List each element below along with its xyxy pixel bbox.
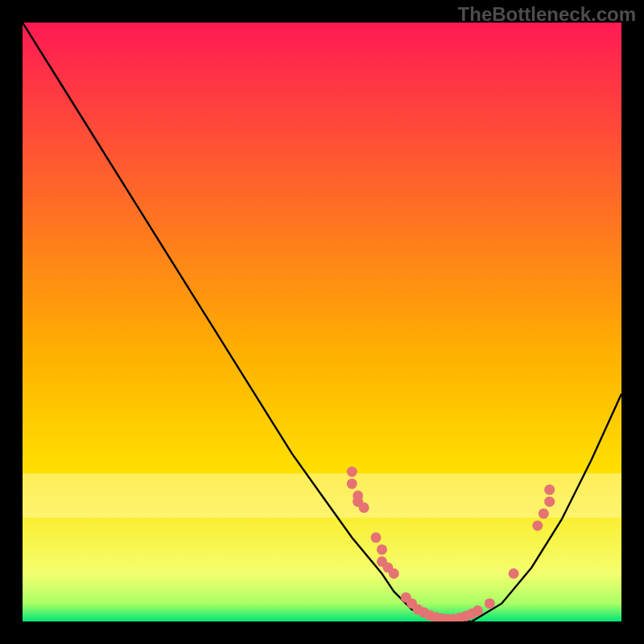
plot-area bbox=[23, 23, 621, 621]
chart-frame: TheBottleneck.com bbox=[0, 0, 644, 644]
marker-dot bbox=[544, 497, 555, 507]
marker-dot bbox=[389, 568, 399, 579]
marker-dot bbox=[539, 509, 549, 519]
marker-dot bbox=[473, 605, 483, 616]
marker-dot bbox=[347, 467, 357, 477]
plot-svg bbox=[23, 23, 621, 621]
marker-dot bbox=[371, 532, 382, 543]
gradient-background bbox=[23, 23, 621, 621]
marker-dot bbox=[347, 478, 357, 489]
marker-dot bbox=[377, 544, 387, 555]
watermark-text: TheBottleneck.com bbox=[458, 3, 636, 26]
marker-dot bbox=[359, 502, 369, 513]
marker-dot bbox=[509, 568, 519, 579]
marker-dot bbox=[485, 598, 495, 609]
marker-dot bbox=[544, 485, 555, 495]
marker-dot bbox=[532, 521, 543, 531]
